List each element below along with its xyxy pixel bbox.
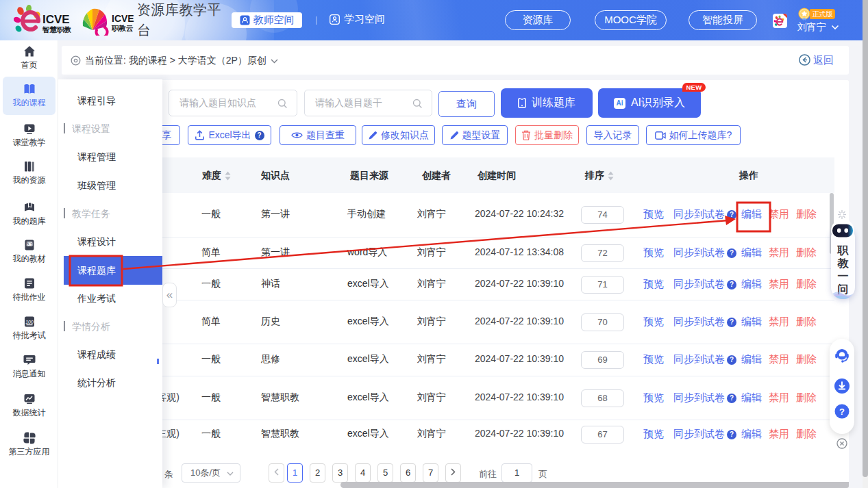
svg-text:ICVE: ICVE [112,13,134,24]
svg-text:?: ? [839,407,845,417]
svg-text:ICVE: ICVE [42,13,70,26]
svg-text:100: 100 [25,320,34,324]
svg-text:职教云: 职教云 [111,24,134,32]
svg-text:智慧职教: 智慧职教 [42,25,72,34]
svg-text:数字: 数字 [25,242,34,246]
